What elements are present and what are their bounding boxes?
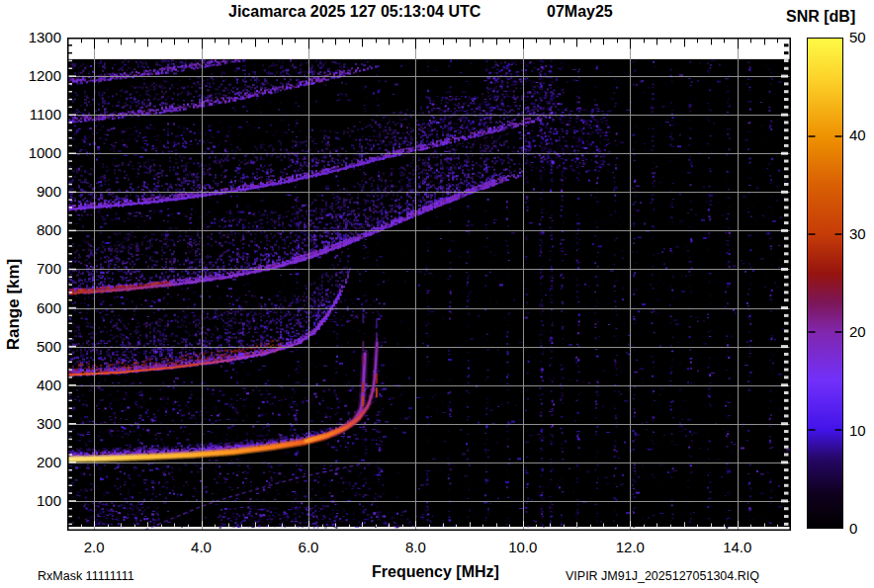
y-tick-label: 300 [16, 415, 61, 432]
colorbar-tick-label: 40 [849, 126, 874, 143]
x-tick-label: 14.0 [708, 539, 767, 555]
rx-mask-label: RxMask 11111111 [38, 569, 134, 583]
colorbar-tick-label: 10 [849, 422, 874, 439]
x-tick-label: 2.0 [64, 539, 124, 555]
y-tick-label: 1300 [16, 29, 61, 45]
x-tick-label: 6.0 [279, 539, 338, 555]
x-axis-label: Frequency [MHz] [372, 563, 499, 581]
x-tick-label: 8.0 [386, 539, 445, 555]
y-tick-label: 700 [16, 260, 61, 277]
colorbar-tick-label: 0 [849, 520, 874, 537]
y-tick-label: 900 [16, 183, 61, 200]
file-id-label: VIPIR JM91J_2025127051304.RIQ [566, 569, 759, 583]
colorbar-title: SNR [dB] [786, 8, 855, 26]
x-tick-label: 10.0 [493, 539, 553, 555]
y-tick-label: 100 [16, 492, 61, 509]
y-tick-label: 400 [16, 377, 61, 393]
colorbar-tick-label: 30 [849, 225, 874, 242]
colorbar [807, 38, 843, 529]
y-tick-label: 200 [16, 454, 61, 470]
y-tick-label: 1200 [16, 67, 61, 84]
colorbar-tick-label: 50 [849, 29, 874, 45]
y-tick-label: 600 [16, 299, 61, 316]
y-tick-label: 1100 [16, 106, 61, 123]
y-tick-label: 800 [16, 221, 61, 238]
ionogram-page: { "header": { "title": "Jicamarca 2025 1… [0, 0, 874, 588]
chart-date: 07May25 [547, 3, 613, 21]
chart-title: Jicamarca 2025 127 05:13:04 UTC [228, 3, 481, 21]
colorbar-tick-label: 20 [849, 323, 874, 340]
x-tick-label: 12.0 [600, 539, 659, 555]
y-tick-label: 500 [16, 338, 61, 355]
ionogram-heatmap [67, 38, 791, 531]
y-tick-label: 1000 [16, 144, 61, 161]
x-tick-label: 4.0 [172, 539, 231, 555]
